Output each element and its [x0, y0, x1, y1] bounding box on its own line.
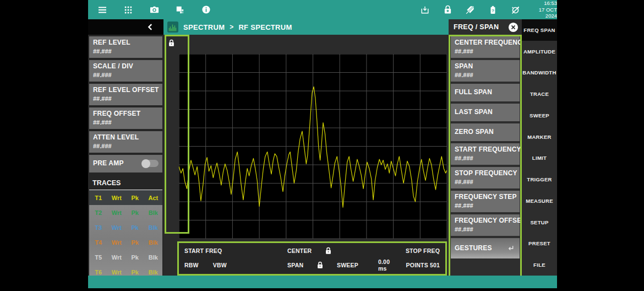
panel-button-zero-span[interactable]: ZERO SPAN	[451, 123, 520, 141]
topbar-right-icons: ?	[419, 4, 524, 15]
sidebar-header	[88, 19, 163, 35]
sidebar-button-scale-div[interactable]: SCALE / DIV##.###	[89, 60, 162, 82]
sidebar-button-atten-level[interactable]: ATTEN LEVEL##.###	[89, 131, 162, 153]
freq-span-panel-buttons: CENTER FREQUENCY##.###SPAN##.###FULL SPA…	[449, 35, 522, 288]
menu-item-marker[interactable]: MARKER	[522, 126, 557, 148]
windows-icon[interactable]	[174, 4, 185, 15]
freq-span-panel: FREQ / SPAN CENTER FREQUENCY##.###SPAN##…	[449, 19, 522, 288]
panel-button-span[interactable]: SPAN##.###	[451, 60, 520, 82]
menu-item-measure[interactable]: MEASURE	[522, 190, 557, 212]
info-icon[interactable]	[200, 4, 211, 15]
menu-item-amplitude[interactable]: AMPLITUDE	[522, 41, 557, 62]
main-area: SPECTRUM > RF SPECTRUM START FREQ CENTER…	[163, 19, 449, 288]
sweep-value: 0.00 ms	[378, 258, 392, 272]
panel-button-last-span[interactable]: LAST SPAN	[451, 104, 520, 121]
svg-text:?: ?	[492, 8, 494, 13]
clock: 16:53 17 OCT 2024	[526, 0, 557, 19]
stop-freq-label: STOP FREQ	[406, 247, 440, 254]
rbw-label: RBW	[184, 262, 199, 268]
battery-unknown-icon[interactable]: ?	[487, 4, 498, 15]
left-sidebar: REF LEVEL##.###SCALE / DIV##.###REF LEVE…	[88, 19, 163, 288]
start-freq-label: START FREQ	[184, 247, 222, 254]
sidebar-button-ref-level-offset[interactable]: REF LEVEL OFFSET##.###	[89, 84, 162, 105]
span-label: SPAN	[287, 262, 303, 268]
breadcrumb-page[interactable]: RF SPECTRUM	[238, 23, 292, 31]
span-lock-icon[interactable]	[314, 260, 325, 271]
collapse-sidebar-button[interactable]	[145, 21, 156, 33]
menu-item-bandwidth[interactable]: BANDWIDTH	[522, 62, 557, 84]
spectrum-analyzer-app: ? 16:53 17 OCT 2024 REF LEVEL##.###SCALE…	[88, 0, 557, 288]
sweep-label: SWEEP	[337, 262, 358, 268]
menu-item-freq-span[interactable]: FREQ SPAN	[522, 19, 557, 41]
points-value: 501	[430, 262, 440, 268]
trace-row-t5[interactable]: T5WrtPkBlk	[89, 250, 162, 265]
menu-item-preset[interactable]: PRESET	[522, 233, 557, 255]
spectrum-plot[interactable]	[179, 54, 447, 239]
trace-row-t1[interactable]: T1WrtPkAct	[89, 190, 162, 205]
menu-item-limit[interactable]: LIMIT	[522, 148, 557, 169]
center-label: CENTER	[287, 247, 312, 254]
preamp-toggle[interactable]	[142, 160, 159, 167]
menu-item-trace[interactable]: TRACE	[522, 83, 557, 105]
axis-lock-icon[interactable]	[168, 39, 174, 49]
panel-close-button[interactable]	[508, 22, 519, 33]
return-icon	[505, 242, 516, 254]
panel-button-frequency-offset[interactable]: FREQUENCY OFFSET##.###	[451, 214, 520, 236]
main-menu: FREQ SPANAMPLITUDEBANDWIDTHTRACESWEEPMAR…	[522, 19, 557, 288]
alarm-off-icon[interactable]	[510, 4, 521, 15]
traces-table: T1WrtPkActT2WrtPkBlkT3WrtPkBlkT4WrtPkBlk…	[89, 190, 162, 279]
panel-button-start-frequency[interactable]: START FREQUENCY##.###	[451, 143, 520, 165]
menu-item-trigger[interactable]: TRIGGER	[522, 169, 557, 190]
panel-button-center-frequency[interactable]: CENTER FREQUENCY##.###	[451, 36, 520, 58]
menu-icon[interactable]	[97, 4, 108, 15]
frequency-status-bar: START FREQ CENTER STOP FREQ RBW VBW SPAN	[177, 241, 447, 276]
freq-span-panel-header: FREQ / SPAN	[449, 19, 522, 35]
trace-row-t2[interactable]: T2WrtPkBlk	[89, 205, 162, 220]
menu-item-file[interactable]: FILE	[522, 254, 557, 276]
sidebar-button-ref-level[interactable]: REF LEVEL##.###	[89, 36, 162, 58]
amplitude-axis-highlight[interactable]	[165, 35, 189, 234]
preamp-button[interactable]: PRE AMP	[89, 155, 162, 173]
breadcrumb-separator-icon: >	[230, 23, 233, 31]
save-icon[interactable]	[419, 4, 430, 15]
bottom-accent-strip	[88, 276, 557, 288]
plot-area[interactable]: START FREQ CENTER STOP FREQ RBW VBW SPAN	[163, 35, 449, 288]
lock-add-icon[interactable]	[442, 4, 453, 15]
topbar-left-icons	[88, 4, 211, 15]
top-bar: ? 16:53 17 OCT 2024	[88, 0, 557, 19]
sidebar-buttons: REF LEVEL##.###SCALE / DIV##.###REF LEVE…	[88, 35, 163, 173]
breadcrumb: SPECTRUM > RF SPECTRUM	[163, 19, 449, 35]
panel-title: FREQ / SPAN	[454, 23, 499, 31]
points-label: POINTS	[406, 262, 428, 268]
sidebar-button-freq-offset[interactable]: FREQ OFFSET##.###	[89, 107, 162, 129]
vbw-label: VBW	[213, 262, 227, 268]
status-row-1: START FREQ CENTER STOP FREQ	[184, 245, 440, 256]
menu-item-setup[interactable]: SETUP	[522, 212, 557, 233]
preamp-label: PRE AMP	[93, 159, 124, 168]
status-row-2: RBW VBW SPAN SWEEP 0.00 ms POINTS 501	[184, 258, 440, 272]
panel-button-frequency-step[interactable]: FREQUENCY STEP##.###	[451, 191, 520, 212]
breadcrumb-app[interactable]: SPECTRUM	[183, 23, 225, 31]
center-lock-icon[interactable]	[323, 245, 334, 256]
panel-button-gestures[interactable]: GESTURES	[451, 238, 520, 258]
trace-row-t3[interactable]: T3WrtPkBlk	[89, 220, 162, 235]
apps-icon[interactable]	[123, 4, 134, 15]
trace-row-t4[interactable]: T4WrtPkBlk	[89, 235, 162, 250]
clock-time: 16:53	[526, 0, 557, 7]
clock-date: 17 OCT 2024	[526, 7, 557, 19]
tag-off-icon[interactable]	[465, 4, 476, 15]
panel-button-stop-frequency[interactable]: STOP FREQUENCY##.###	[451, 167, 520, 188]
spectrum-logo-icon	[167, 21, 178, 33]
camera-icon[interactable]	[149, 4, 160, 15]
panel-button-full-span[interactable]: FULL SPAN	[451, 84, 520, 101]
traces-title: TRACES	[88, 175, 163, 190]
menu-item-sweep[interactable]: SWEEP	[522, 105, 557, 126]
